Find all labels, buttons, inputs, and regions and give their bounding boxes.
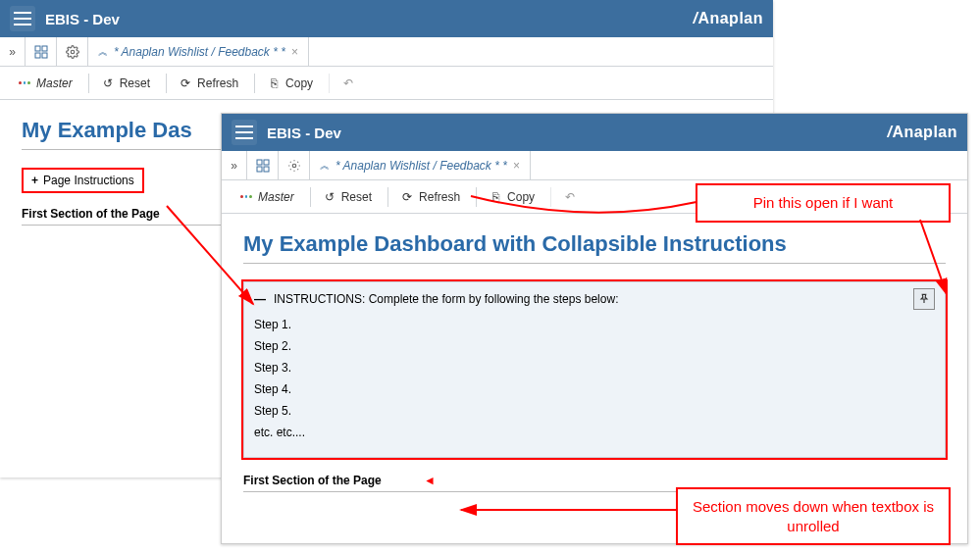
tab-label: * Anaplan Wishlist / Feedback * * xyxy=(114,45,285,59)
gear-icon[interactable] xyxy=(279,151,310,179)
copy-icon: ⎘ xyxy=(267,76,281,90)
tabstrip: » ︽ * Anaplan Wishlist / Feedback * * × xyxy=(0,37,773,67)
app-title: EBIS - Dev xyxy=(267,125,341,141)
svg-rect-2 xyxy=(35,53,40,58)
collapse-sidebar-icon[interactable]: » xyxy=(0,37,26,66)
refresh-button[interactable]: ⟳ Refresh xyxy=(166,74,244,93)
contents-icon[interactable] xyxy=(26,37,57,66)
svg-rect-5 xyxy=(257,160,262,165)
menu-icon[interactable] xyxy=(10,6,35,31)
svg-point-4 xyxy=(71,50,75,54)
svg-rect-7 xyxy=(257,167,262,172)
instruction-step: Step 2. xyxy=(254,339,935,353)
master-button[interactable]: Master xyxy=(12,74,78,93)
brand-logo: /Anaplan xyxy=(693,10,763,27)
svg-rect-0 xyxy=(35,46,40,51)
master-icon xyxy=(18,76,31,90)
chevron-up-icon: ︽ xyxy=(98,45,108,59)
copy-button[interactable]: ⎘ Copy xyxy=(254,74,319,93)
instruction-step: etc. etc.... xyxy=(254,426,935,439)
arrow-left-icon: ◄ xyxy=(424,474,436,487)
dash-title: My Example Dashboard with Collapsible In… xyxy=(243,231,946,264)
copy-button[interactable]: ⎘ Copy xyxy=(476,187,541,207)
copy-icon: ⎘ xyxy=(489,190,502,204)
refresh-icon: ⟳ xyxy=(179,76,192,90)
reset-icon: ↺ xyxy=(101,76,115,90)
reset-icon: ↺ xyxy=(323,190,336,204)
tab-label: * Anaplan Wishlist / Feedback * * xyxy=(335,159,507,173)
dashboard-canvas: My Example Dashboard with Collapsible In… xyxy=(222,214,967,504)
titlebar: EBIS - Dev /Anaplan xyxy=(222,114,967,151)
master-icon xyxy=(239,190,253,204)
instruction-step: Step 5. xyxy=(254,404,935,418)
pin-icon xyxy=(917,292,931,306)
instruction-step: Step 3. xyxy=(254,361,935,375)
page-instructions-collapsed[interactable]: + Page Instructions xyxy=(22,168,144,193)
collapse-sidebar-icon[interactable]: » xyxy=(222,151,247,179)
svg-rect-8 xyxy=(264,167,269,172)
undo-button[interactable]: ↶ xyxy=(329,74,361,93)
minus-icon[interactable]: — xyxy=(254,292,266,306)
tab-wishlist[interactable]: ︽ * Anaplan Wishlist / Feedback * * × xyxy=(310,151,531,179)
app-title: EBIS - Dev xyxy=(45,11,120,27)
contents-icon[interactable] xyxy=(247,151,279,179)
refresh-button[interactable]: ⟳ Refresh xyxy=(387,187,466,207)
titlebar: EBIS - Dev /Anaplan xyxy=(0,0,773,37)
svg-rect-1 xyxy=(42,46,47,51)
reset-button[interactable]: ↺ Reset xyxy=(310,187,378,207)
menu-icon[interactable] xyxy=(232,120,257,145)
brand-logo: /Anaplan xyxy=(887,124,957,141)
undo-button[interactable]: ↶ xyxy=(550,187,583,207)
page-instructions-label: Page Instructions xyxy=(43,174,134,187)
tabstrip: » ︽ * Anaplan Wishlist / Feedback * * × xyxy=(222,151,967,180)
close-icon[interactable]: × xyxy=(291,45,298,59)
instructions-panel: — INSTRUCTIONS: Complete the form by fol… xyxy=(243,281,946,458)
tab-wishlist[interactable]: ︽ * Anaplan Wishlist / Feedback * * × xyxy=(88,37,309,66)
instruction-step: Step 4. xyxy=(254,382,935,396)
callout-pin: Pin this open if I want xyxy=(696,183,951,223)
chevron-up-icon: ︽ xyxy=(320,159,330,173)
reset-button[interactable]: ↺ Reset xyxy=(88,74,156,93)
close-icon[interactable]: × xyxy=(513,159,520,173)
instructions-title: INSTRUCTIONS: Complete the form by follo… xyxy=(274,292,618,306)
refresh-icon: ⟳ xyxy=(400,190,414,204)
instruction-step: Step 1. xyxy=(254,318,935,331)
master-button[interactable]: Master xyxy=(233,187,300,207)
svg-rect-3 xyxy=(42,53,47,58)
toolbar: Master ↺ Reset ⟳ Refresh ⎘ Copy ↶ xyxy=(0,67,773,100)
window-expanded: EBIS - Dev /Anaplan » ︽ * Anaplan Wishli… xyxy=(221,113,968,544)
gear-icon[interactable] xyxy=(57,37,88,66)
svg-point-9 xyxy=(292,164,296,168)
undo-icon: ↶ xyxy=(341,76,355,90)
svg-rect-6 xyxy=(264,160,269,165)
pin-button[interactable] xyxy=(913,288,935,310)
undo-icon: ↶ xyxy=(563,190,577,204)
callout-section-moves: Section moves down when textbox is unrol… xyxy=(676,487,951,545)
plus-icon: + xyxy=(31,174,38,187)
